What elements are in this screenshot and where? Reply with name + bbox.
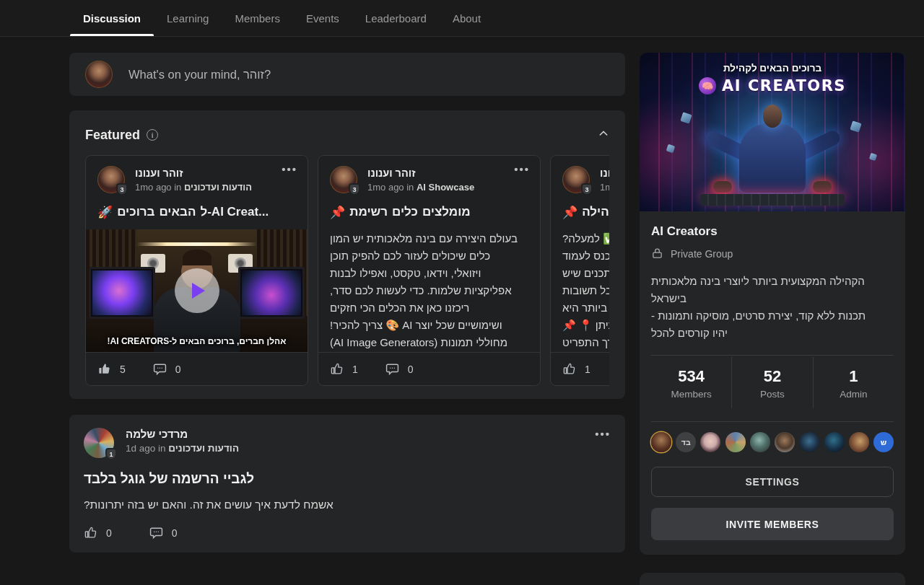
like-count: 5 — [120, 364, 126, 375]
like-count: 1 — [585, 364, 590, 375]
member-avatar-initials[interactable]: בד — [676, 432, 696, 452]
post-meta: 1mo ago in AI Showcase — [367, 182, 474, 193]
settings-button[interactable]: SETTINGS — [651, 467, 894, 497]
video-thumbnail[interactable]: אהלן חברים, ברוכים הבאים ל-AI CREATORS! — [86, 229, 308, 352]
like-button[interactable]: 1 — [562, 362, 590, 376]
post-category[interactable]: הודעות ועדכונים — [184, 182, 252, 193]
featured-post-card[interactable]: 3 זוהר וענונו 1mo ago in הודעות ועדכונים… — [85, 155, 308, 386]
post-category[interactable]: AI Showcase — [417, 182, 474, 193]
post-title[interactable]: 📌 רשימת כלים מומלצים — [318, 205, 540, 220]
post-body: ✅ למעלה? היכנס לעמוד התכנים שיש לקבל תשו… — [551, 230, 609, 351]
post-meta: 1d ago in הודעות ועדכונים — [126, 443, 239, 454]
post-meta: 1mo ago in הודעות ועדכונים — [135, 182, 252, 193]
banner-brand-text: AI CREATORS — [722, 77, 846, 94]
brain-icon: 🧠 — [699, 77, 716, 94]
post-composer[interactable]: What's on your mind, זוהר? — [69, 53, 625, 96]
group-name: AI Creators — [651, 224, 894, 239]
banner-welcome-text: ברוכים הבאים לקהילת — [640, 63, 905, 74]
featured-post-card[interactable]: 3 זוהר וענונו 1mo ago in הודעות ועדכונים… — [550, 155, 609, 386]
author-name[interactable]: מרדכי שלמה — [126, 428, 239, 440]
tab-about[interactable]: About — [440, 0, 494, 36]
comment-button[interactable]: 0 — [149, 526, 178, 540]
group-description: הקהילה המקצועית ביותר ליוצרי בינה מלאכות… — [651, 273, 894, 342]
admins-count: 1 — [814, 367, 894, 386]
author-avatar[interactable]: 3 — [562, 166, 590, 193]
info-icon[interactable]: i — [147, 129, 158, 141]
post-category[interactable]: הודעות ועדכונים — [168, 443, 239, 454]
featured-cards-row: 3 זוהר וענונו 1mo ago in הודעות ועדכונים… — [85, 155, 609, 386]
feed-column: What's on your mind, זוהר? Featured i 3 … — [69, 37, 625, 553]
composer-placeholder: What's on your mind, זוהר? — [128, 68, 271, 82]
members-count: 534 — [651, 367, 731, 386]
group-sidebar: ברוכים הבאים לקהילת 🧠 AI CREATORS AI Cre… — [640, 37, 905, 585]
level-badge: 3 — [349, 183, 360, 195]
tab-learning[interactable]: Learning — [154, 0, 222, 36]
thumbs-up-icon — [562, 362, 576, 376]
member-avatar[interactable] — [651, 432, 671, 452]
member-avatar[interactable] — [824, 432, 845, 452]
featured-section: Featured i 3 זוהר וענונו 1mo ago in הו — [69, 110, 625, 399]
like-count: 1 — [352, 364, 358, 375]
author-name[interactable]: זוהר וענונו — [600, 167, 609, 179]
post-body: בעולם היצירה עם בינה מלאכותית יש המון כל… — [318, 230, 540, 351]
author-name[interactable]: זוהר וענונו — [367, 167, 474, 179]
chevron-up-icon[interactable] — [598, 128, 609, 142]
post-body: אשמח לדעת איך עושים את זה. והאם יש בזה י… — [84, 498, 611, 511]
member-avatar[interactable] — [700, 432, 720, 452]
feed-post[interactable]: 1 מרדכי שלמה 1d ago in הודעות ועדכונים •… — [69, 415, 625, 553]
post-menu-icon[interactable]: ••• — [282, 166, 297, 193]
post-title[interactable]: 📌 קהילה — [551, 205, 609, 220]
group-stats: 534 Members 52 Posts 1 Admin — [651, 357, 894, 408]
level-badge: 1 — [105, 448, 117, 460]
author-name[interactable]: זוהר וענונו — [135, 167, 252, 179]
comment-button[interactable]: 0 — [153, 362, 181, 376]
privacy-label: Private Group — [671, 248, 733, 260]
like-button[interactable]: 5 — [97, 362, 126, 376]
like-button[interactable]: 0 — [84, 526, 112, 540]
level-badge: 3 — [581, 183, 593, 195]
group-banner-image: ברוכים הבאים לקהילת 🧠 AI CREATORS — [640, 53, 905, 211]
lock-icon — [651, 247, 663, 260]
comment-count: 0 — [408, 364, 414, 375]
post-title[interactable]: 🚀 ברוכים הבאים ל-AI Creat... — [86, 205, 308, 220]
like-count: 0 — [106, 527, 112, 539]
tab-members[interactable]: Members — [222, 0, 293, 36]
tab-events[interactable]: Events — [293, 0, 352, 36]
thumbs-up-icon — [97, 362, 111, 376]
member-avatar[interactable] — [799, 432, 819, 452]
level-badge: 3 — [116, 183, 128, 195]
posts-count: 52 — [732, 367, 812, 386]
current-user-avatar — [85, 61, 113, 88]
play-button[interactable] — [175, 268, 219, 313]
member-avatar[interactable] — [849, 432, 869, 452]
comment-button[interactable]: 0 — [385, 362, 414, 376]
member-avatar[interactable] — [750, 432, 770, 452]
video-caption: אהלן חברים, ברוכים הבאים ל-AI CREATORS! — [86, 336, 308, 346]
post-menu-icon[interactable]: ••• — [595, 431, 611, 458]
pushpin-emoji-icon: 📌 — [330, 205, 345, 220]
featured-title: Featured — [85, 128, 140, 143]
post-menu-icon[interactable]: ••• — [514, 166, 530, 193]
rocket-emoji-icon: 🚀 — [97, 205, 113, 220]
member-avatar[interactable] — [775, 432, 795, 452]
featured-post-card[interactable]: 3 זוהר וענונו 1mo ago in AI Showcase •••… — [318, 155, 541, 386]
comment-icon — [153, 362, 167, 376]
like-button[interactable]: 1 — [330, 362, 358, 376]
tab-discussion[interactable]: Discussion — [70, 0, 154, 36]
member-avatar-initials[interactable]: ש — [873, 432, 894, 452]
leaderboard-card: Leaderboard (30-days) — [640, 573, 905, 585]
post-title[interactable]: לגביי הרשמה של גוגל בלבד — [84, 471, 611, 487]
comment-count: 0 — [172, 527, 178, 539]
post-meta: 1mo ago in הודעות ועדכונים — [600, 182, 609, 193]
comment-icon — [149, 526, 163, 540]
pushpin-emoji-icon: 📌 — [562, 205, 578, 220]
author-avatar[interactable]: 3 — [330, 166, 357, 193]
group-card: ברוכים הבאים לקהילת 🧠 AI CREATORS AI Cre… — [640, 53, 905, 555]
comment-count: 0 — [175, 364, 181, 375]
author-avatar[interactable]: 1 — [84, 428, 114, 458]
author-avatar[interactable]: 3 — [97, 166, 125, 193]
member-avatar[interactable] — [725, 432, 746, 452]
tab-leaderboard[interactable]: Leaderboard — [352, 0, 440, 36]
comment-icon — [385, 362, 399, 376]
invite-members-button[interactable]: INVITE MEMBERS — [651, 508, 894, 540]
